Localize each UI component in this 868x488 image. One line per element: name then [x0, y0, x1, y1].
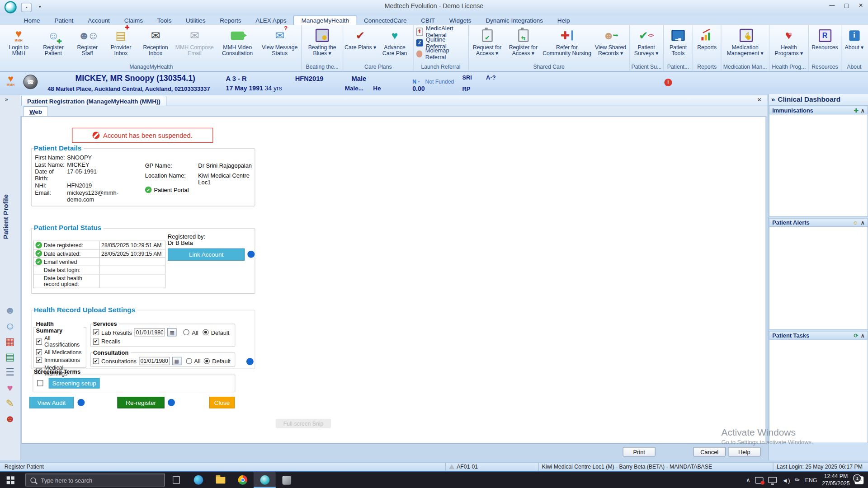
web-tab[interactable]: Web — [23, 106, 48, 117]
reports-button[interactable]: Reports — [693, 26, 720, 52]
screening-checkbox[interactable] — [37, 380, 43, 386]
all-classifications-checkbox[interactable] — [36, 338, 42, 344]
tab-cbit[interactable]: CBIT — [414, 16, 442, 25]
lab-results-checkbox[interactable] — [93, 329, 99, 335]
screening-setup-button[interactable]: Screening setup — [49, 378, 100, 388]
tab-patient[interactable]: Patient — [47, 16, 81, 25]
tab-widgets[interactable]: Widgets — [442, 16, 479, 25]
register-for-access-button[interactable]: ⇆ Register for Access ▾ — [505, 26, 541, 58]
rail-alert-person-icon[interactable]: ☻ — [5, 414, 15, 424]
taskbar-app-chrome[interactable] — [231, 472, 254, 488]
taskbar-app-other[interactable] — [276, 472, 298, 488]
about-button[interactable]: i About ▾ — [842, 26, 866, 52]
collapse-chevron-icon[interactable]: ∧ — [861, 220, 865, 225]
recalls-checkbox[interactable] — [93, 338, 99, 344]
consultations-checkbox[interactable] — [93, 358, 99, 364]
re-register-button[interactable]: Re-register — [118, 397, 165, 408]
taskbar-search[interactable] — [25, 474, 165, 486]
patient-tasks-header[interactable]: Patient Tasks ⟳ ∧ — [769, 331, 868, 340]
collapse-chevron-icon[interactable]: ∧ — [861, 332, 865, 338]
rail-list-icon[interactable]: ☰ — [5, 367, 14, 377]
reception-inbox-button[interactable]: ✉ Reception Inbox — [138, 26, 173, 58]
close-form-button[interactable]: Close — [209, 397, 235, 408]
view-message-status-button[interactable]: ✉? View Message Status — [259, 26, 301, 58]
patient-surveys-button[interactable]: ✔ <> Patient Surveys ▾ — [630, 26, 662, 58]
lab-all-radio[interactable] — [184, 329, 189, 335]
request-for-access-button[interactable]: ✔ Request for Access ▾ — [469, 26, 505, 58]
login-to-mmh-button[interactable]: ♥MMH Login to MMH — [2, 26, 36, 58]
rail-person-icon[interactable]: ☺ — [5, 321, 15, 331]
all-medications-checkbox[interactable] — [36, 349, 42, 355]
patient-alerts-panel[interactable] — [769, 227, 868, 330]
consult-all-radio[interactable] — [186, 358, 192, 364]
register-patient-button[interactable]: ☺✚ Register Patient — [36, 26, 71, 58]
search-input[interactable] — [40, 476, 142, 484]
view-audit-button[interactable]: View Audit — [29, 397, 74, 408]
tab-help[interactable]: Help — [550, 16, 577, 25]
immunisations-pin-icon[interactable]: ✚ — [854, 107, 859, 113]
taskbar-app-edge[interactable] — [187, 472, 209, 488]
re-register-info-icon[interactable] — [168, 399, 175, 406]
tasks-refresh-icon[interactable]: ⟳ — [854, 332, 859, 338]
collapse-chevron-icon[interactable]: ∧ — [861, 107, 865, 113]
taskbar-app-explorer[interactable] — [209, 472, 231, 488]
view-shared-records-button[interactable]: ☻ ➥ View Shared Records ▾ — [593, 26, 629, 58]
phone-icon[interactable]: ☎ — [23, 75, 38, 89]
patient-profile-vertical-tab[interactable]: Patient Profile — [2, 167, 10, 239]
rail-heart-icon[interactable]: ♥ — [7, 383, 13, 393]
language-indicator[interactable]: ENG — [805, 477, 817, 483]
immunisations-header[interactable]: Immunisations ✚ ∧ — [769, 106, 868, 115]
medication-management-button[interactable]: ✐ Medication Management ▾ — [722, 26, 769, 58]
document-close-icon[interactable]: ✕ — [757, 97, 762, 103]
tab-claims[interactable]: Claims — [117, 16, 150, 25]
tab-account[interactable]: Account — [80, 16, 117, 25]
tray-expand-icon[interactable]: ∧ — [746, 476, 750, 483]
patient-name[interactable]: MICKEY, MR Snoopy (130354.1) — [75, 74, 195, 83]
tab-tools[interactable]: Tools — [150, 16, 179, 25]
tab-reports[interactable]: Reports — [212, 16, 248, 25]
taskbar-app-medtech[interactable] — [254, 472, 276, 488]
rail-clipboard-icon[interactable]: ✎ — [6, 399, 14, 408]
calendar-icon[interactable] — [172, 357, 181, 365]
cancel-button[interactable]: Cancel — [693, 447, 726, 456]
rail-calendar-icon[interactable]: ▦ — [5, 336, 15, 346]
rail-people-icon[interactable]: ☻ — [5, 305, 15, 315]
tab-dynamic-integrations[interactable]: Dynamic Integrations — [478, 16, 550, 25]
calendar-icon[interactable] — [167, 328, 177, 336]
taskbar-clock[interactable]: 12:44 PM 27/05/2025 — [822, 473, 849, 487]
immunisations-panel[interactable] — [769, 114, 868, 217]
patient-alerts-header[interactable]: Patient Alerts ☺ ∧ — [769, 218, 868, 227]
care-plans-button[interactable]: ✔ Care Plans ▾ — [344, 26, 377, 52]
network-display-icon[interactable] — [769, 477, 777, 483]
tab-utilities[interactable]: Utilities — [179, 16, 212, 25]
provider-inbox-button[interactable]: ▤✚ Provider Inbox — [104, 26, 138, 58]
task-view-button[interactable] — [165, 472, 187, 488]
consultations-date-input[interactable] — [139, 357, 170, 365]
link-account-info-icon[interactable] — [247, 251, 255, 258]
maximize-button[interactable]: ▢ — [843, 2, 850, 8]
link-account-button[interactable]: Link Account — [168, 249, 245, 261]
mmh-video-consultation-button[interactable]: MMH Video Consultation — [216, 26, 259, 58]
close-button[interactable]: ✕ — [857, 2, 865, 8]
pen-icon[interactable]: ✎ — [793, 476, 802, 484]
health-programs-button[interactable]: ♥⚙ Health Programs ▾ — [770, 26, 807, 58]
help-button[interactable]: Help — [728, 447, 760, 456]
action-center-icon[interactable]: 1 — [855, 476, 864, 484]
refer-for-community-nursing-button[interactable]: ✚ Refer for Community Nursing — [541, 26, 593, 58]
alerts-add-icon[interactable]: ☺ — [853, 220, 859, 225]
rail-collapse-icon[interactable]: » — [5, 96, 8, 102]
quitline-referral-item[interactable]: Z Quitline Referral — [414, 37, 467, 48]
patient-tools-button[interactable]: ▂▄ Patient Tools — [664, 26, 692, 58]
tab-home[interactable]: Home — [17, 16, 47, 25]
medicalert-referral-item[interactable]: ⚕ MedicAlert Referral — [414, 26, 467, 37]
immunisations-checkbox[interactable] — [36, 357, 42, 363]
resources-button[interactable]: R Resources — [809, 26, 840, 52]
volume-icon[interactable]: ◄) — [782, 477, 790, 483]
sidebar-collapse-icon[interactable]: » — [771, 96, 775, 103]
consult-default-radio[interactable] — [204, 358, 210, 364]
screen-share-icon[interactable] — [755, 477, 764, 483]
beating-the-blues-button[interactable]: Beating the Blues ▾ — [302, 26, 342, 58]
minimize-button[interactable]: — — [828, 2, 836, 8]
tab-connectedcare[interactable]: ConnectedCare — [357, 16, 414, 25]
molemap-referral-item[interactable]: Molemap Referral — [414, 48, 467, 59]
